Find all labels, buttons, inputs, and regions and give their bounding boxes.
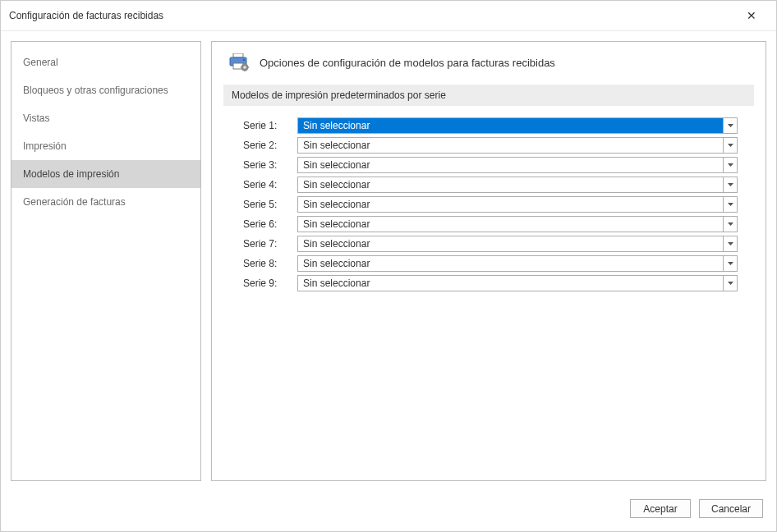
close-button[interactable]: ✕ (735, 6, 768, 25)
chevron-down-icon (728, 262, 733, 265)
footer: Aceptar Cancelar (1, 491, 776, 531)
series-row-2: Serie 2: Sin seleccionar (243, 137, 738, 154)
series-row-8: Serie 8: Sin seleccionar (243, 255, 738, 272)
window-title: Configuración de facturas recibidas (9, 10, 163, 21)
dropdown-caret[interactable] (723, 157, 738, 173)
titlebar: Configuración de facturas recibidas ✕ (1, 1, 776, 31)
series-select-3[interactable]: Sin seleccionar (297, 157, 738, 173)
sidebar-item-label: Vistas (23, 112, 49, 124)
sidebar-item-label: Bloqueos y otras configuraciones (23, 85, 168, 96)
sidebar-item-label: Generación de facturas (23, 196, 126, 208)
series-label: Serie 4: (243, 179, 287, 190)
series-select-5[interactable]: Sin seleccionar (297, 196, 738, 213)
series-row-1: Serie 1: Sin seleccionar (243, 117, 738, 134)
series-row-4: Serie 4: Sin seleccionar (243, 177, 738, 193)
close-icon: ✕ (747, 9, 756, 22)
select-value: Sin seleccionar (297, 216, 723, 232)
dropdown-caret[interactable] (723, 236, 738, 252)
series-form: Serie 1: Sin seleccionar Serie 2: Sin se… (223, 117, 754, 291)
svg-rect-7 (244, 70, 245, 71)
sidebar-item-label: Modelos de impresión (23, 168, 119, 180)
select-value: Sin seleccionar (297, 117, 723, 134)
select-value: Sin seleccionar (297, 255, 723, 272)
series-row-3: Serie 3: Sin seleccionar (243, 157, 738, 173)
select-value: Sin seleccionar (297, 236, 723, 252)
select-value: Sin seleccionar (297, 275, 723, 291)
dropdown-caret[interactable] (723, 216, 738, 232)
series-select-6[interactable]: Sin seleccionar (297, 216, 738, 232)
series-label: Serie 5: (243, 199, 287, 210)
dropdown-caret[interactable] (723, 137, 738, 154)
chevron-down-icon (728, 242, 733, 245)
chevron-down-icon (728, 282, 733, 285)
series-label: Serie 9: (243, 277, 287, 289)
select-value: Sin seleccionar (297, 157, 723, 173)
select-value: Sin seleccionar (297, 196, 723, 213)
sidebar-item-label: General (23, 57, 58, 68)
sidebar-item-label: Impresión (23, 140, 67, 152)
main-panel: Opciones de configuración de modelos par… (211, 41, 766, 481)
cancel-button[interactable]: Cancelar (699, 499, 763, 518)
series-select-9[interactable]: Sin seleccionar (297, 275, 738, 291)
chevron-down-icon (728, 144, 733, 147)
series-select-4[interactable]: Sin seleccionar (297, 177, 738, 193)
sidebar: General Bloqueos y otras configuraciones… (11, 41, 201, 481)
section-title: Modelos de impresión predeterminados por… (223, 85, 754, 106)
chevron-down-icon (728, 163, 733, 167)
sidebar-item-generacion-facturas[interactable]: Generación de facturas (11, 188, 200, 216)
chevron-down-icon (728, 124, 733, 127)
series-label: Serie 2: (243, 140, 287, 151)
chevron-down-icon (728, 203, 733, 206)
series-row-9: Serie 9: Sin seleccionar (243, 275, 738, 291)
chevron-down-icon (728, 222, 733, 226)
panel-header: Opciones de configuración de modelos par… (223, 53, 754, 71)
series-select-8[interactable]: Sin seleccionar (297, 255, 738, 272)
panel-title: Opciones de configuración de modelos par… (260, 57, 555, 69)
dropdown-caret[interactable] (723, 196, 738, 213)
sidebar-item-general[interactable]: General (11, 48, 200, 76)
chevron-down-icon (728, 183, 733, 186)
accept-button[interactable]: Aceptar (630, 499, 691, 518)
svg-point-3 (243, 59, 245, 61)
dropdown-caret[interactable] (723, 275, 738, 291)
series-label: Serie 8: (243, 258, 287, 269)
content-area: General Bloqueos y otras configuraciones… (1, 31, 776, 491)
sidebar-item-modelos-impresion[interactable]: Modelos de impresión (11, 160, 200, 188)
svg-rect-0 (233, 53, 243, 57)
series-label: Serie 3: (243, 159, 287, 171)
series-select-2[interactable]: Sin seleccionar (297, 137, 738, 154)
printer-settings-icon (228, 53, 250, 71)
sidebar-item-impresion[interactable]: Impresión (11, 132, 200, 160)
sidebar-item-vistas[interactable]: Vistas (11, 104, 200, 132)
dropdown-caret[interactable] (723, 117, 738, 134)
series-label: Serie 6: (243, 218, 287, 230)
series-row-7: Serie 7: Sin seleccionar (243, 236, 738, 252)
select-value: Sin seleccionar (297, 177, 723, 193)
sidebar-item-bloqueos[interactable]: Bloqueos y otras configuraciones (11, 76, 200, 104)
series-label: Serie 7: (243, 238, 287, 250)
svg-point-5 (243, 66, 246, 69)
svg-rect-9 (247, 66, 249, 67)
series-select-7[interactable]: Sin seleccionar (297, 236, 738, 252)
svg-rect-8 (241, 66, 242, 67)
series-row-6: Serie 6: Sin seleccionar (243, 216, 738, 232)
series-label: Serie 1: (243, 120, 287, 131)
select-value: Sin seleccionar (297, 137, 723, 154)
dropdown-caret[interactable] (723, 177, 738, 193)
dropdown-caret[interactable] (723, 255, 738, 272)
series-select-1[interactable]: Sin seleccionar (297, 117, 738, 134)
svg-rect-6 (244, 63, 245, 65)
series-row-5: Serie 5: Sin seleccionar (243, 196, 738, 213)
